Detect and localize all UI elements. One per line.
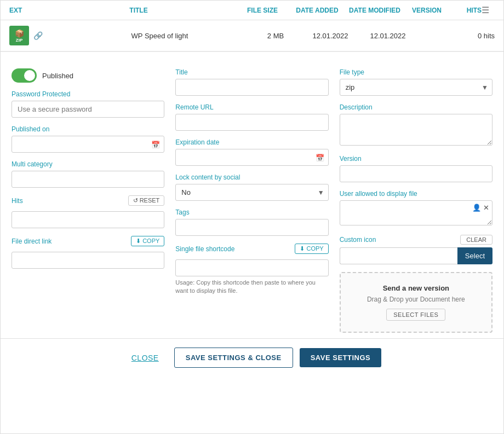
lock-by-social-label: Lock content by social <box>175 173 328 181</box>
table-row: 📦 ZIP 🔗 WP Speed of light 2 MB 12.01.202… <box>1 20 503 51</box>
filetype-field: File type zip pdf doc ▼ <box>340 68 492 96</box>
published-on-input[interactable]: January 12, 2022 7:17 am <box>12 136 164 153</box>
col-header-hits: HITS <box>449 7 482 14</box>
password-input[interactable] <box>12 101 164 118</box>
version-label: Version <box>340 155 492 163</box>
published-on-field: Published on January 12, 2022 7:17 am 📅 <box>12 125 164 153</box>
upload-area: Send a new version Drag & Drop your Docu… <box>340 272 492 333</box>
multi-category-field: Multi category Additional categories <box>12 160 164 188</box>
user-allowed-wrapper: 👤 ✕ <box>340 200 492 227</box>
form-col-1: Published Password Protected Published o… <box>12 68 164 333</box>
description-label: Description <box>340 103 492 111</box>
col-header-ext: EXT <box>9 7 42 14</box>
published-label: Published <box>42 72 73 80</box>
expiration-label: Expiration date <box>175 138 328 146</box>
lock-by-social-select-wrapper: No Yes ▼ <box>175 184 328 201</box>
hits-label: Hits <box>12 197 23 205</box>
file-row-datemodified: 12.01.2022 <box>358 32 418 40</box>
file-direct-link-label: File direct link <box>12 238 51 245</box>
link-icon[interactable]: 🔗 <box>33 31 43 40</box>
tags-input[interactable] <box>175 219 328 236</box>
file-row-title: WP Speed of light <box>71 32 248 40</box>
file-row-hits: 0 hits <box>462 32 495 40</box>
title-input[interactable]: WP Speed of light <box>175 79 328 96</box>
user-allowed-label: User allowed to display file <box>340 190 492 198</box>
copy-shortcode-button[interactable]: ⬇ COPY <box>295 244 328 254</box>
file-type-icon: 📦 ZIP <box>9 26 29 45</box>
expiration-wrapper: 📅 <box>175 149 328 166</box>
col-header-filesize: FILE SIZE <box>235 7 290 14</box>
tags-field: Tags <box>175 209 328 236</box>
published-on-wrapper: January 12, 2022 7:17 am 📅 <box>12 136 164 153</box>
lock-by-social-select[interactable]: No Yes <box>175 184 328 201</box>
footer-bar: CLOSE SAVE SETTINGS & CLOSE SAVE SETTING… <box>1 338 503 377</box>
col-header-title: TITLE <box>42 7 235 14</box>
user-allowed-field: User allowed to display file 👤 ✕ <box>340 190 492 227</box>
single-file-shortcode-label: Single file shortcode <box>175 245 234 253</box>
file-row-dateadded: 12.01.2022 <box>303 32 358 40</box>
published-toggle[interactable] <box>12 68 37 83</box>
select-file-button[interactable]: Select <box>457 247 492 264</box>
remove-user-icon[interactable]: ✕ <box>483 204 489 212</box>
lock-by-social-field: Lock content by social No Yes ▼ <box>175 173 328 201</box>
drag-drop-text: Drag & Drop your Document here <box>352 296 480 303</box>
expiration-calendar-icon[interactable]: 📅 <box>316 153 324 161</box>
custom-icon-field: Custom icon CLEAR Select <box>340 235 492 264</box>
hits-input[interactable]: 0 <box>12 211 164 228</box>
form-col-2: Title WP Speed of light Remote URL https… <box>175 68 328 333</box>
custom-icon-input[interactable] <box>340 247 457 264</box>
reset-button[interactable]: ↺ RESET <box>128 195 165 206</box>
filetype-select[interactable]: zip pdf doc <box>340 79 492 96</box>
hits-field: Hits ↺ RESET 0 <box>12 195 164 228</box>
form-col-3: File type zip pdf doc ▼ Description <box>340 68 492 333</box>
calendar-icon[interactable]: 📅 <box>151 140 160 148</box>
user-allowed-textarea[interactable] <box>340 200 492 225</box>
file-row-filesize: 2 MB <box>248 32 303 40</box>
filter-icon[interactable]: ☰ <box>482 5 495 15</box>
col-header-datemodified: DATE MODIFIED <box>345 7 405 14</box>
copy-direct-link-button[interactable]: ⬇ COPY <box>131 236 164 246</box>
remote-url-label: Remote URL <box>175 103 328 111</box>
password-label: Password Protected <box>12 90 164 98</box>
published-field: Published <box>12 68 164 83</box>
description-field: Description <box>340 103 492 147</box>
password-field: Password Protected <box>12 90 164 118</box>
version-input[interactable] <box>340 165 492 182</box>
version-field: Version <box>340 155 492 182</box>
col-header-dateadded: DATE ADDED <box>290 7 345 14</box>
close-link-button[interactable]: CLOSE <box>123 349 168 367</box>
multi-category-input[interactable]: Additional categories <box>12 171 164 188</box>
title-label: Title <box>175 68 328 76</box>
expiration-field: Expiration date 📅 <box>175 138 328 166</box>
expiration-input[interactable] <box>175 149 328 166</box>
filetype-label: File type <box>340 68 492 76</box>
file-direct-link-field: File direct link ⬇ COPY com/download/325… <box>12 236 164 269</box>
shortcode-usage-text: Usage: Copy this shortcode then paste to… <box>175 279 328 296</box>
filetype-select-wrapper: zip pdf doc ▼ <box>340 79 492 96</box>
remote-url-input[interactable]: https://downloads.wordpress.org/plugin/w… <box>175 114 328 131</box>
col-header-version: VERSION <box>405 7 449 14</box>
published-on-label: Published on <box>12 125 164 133</box>
clear-button[interactable]: CLEAR <box>460 235 492 245</box>
title-field: Title WP Speed of light <box>175 68 328 96</box>
tags-label: Tags <box>175 209 328 216</box>
select-files-button[interactable]: SELECT FILES <box>386 309 445 321</box>
multi-category-label: Multi category <box>12 160 164 168</box>
remote-url-field: Remote URL https://downloads.wordpress.o… <box>175 103 328 131</box>
single-file-shortcode-input[interactable]: [wpfd_single_file id="2870" catid="325" … <box>175 259 328 276</box>
single-file-shortcode-field: Single file shortcode ⬇ COPY [wpfd_singl… <box>175 244 328 296</box>
description-textarea[interactable] <box>340 114 492 146</box>
upload-area-title: Send a new version <box>352 284 480 292</box>
save-button[interactable]: SAVE SETTINGS <box>300 348 382 367</box>
user-icon: 👤 <box>472 204 481 212</box>
file-direct-link-input[interactable]: com/download/325/new-category-3/2870/lig… <box>12 252 164 269</box>
save-close-button[interactable]: SAVE SETTINGS & CLOSE <box>174 348 293 368</box>
custom-icon-label: Custom icon <box>340 236 376 244</box>
